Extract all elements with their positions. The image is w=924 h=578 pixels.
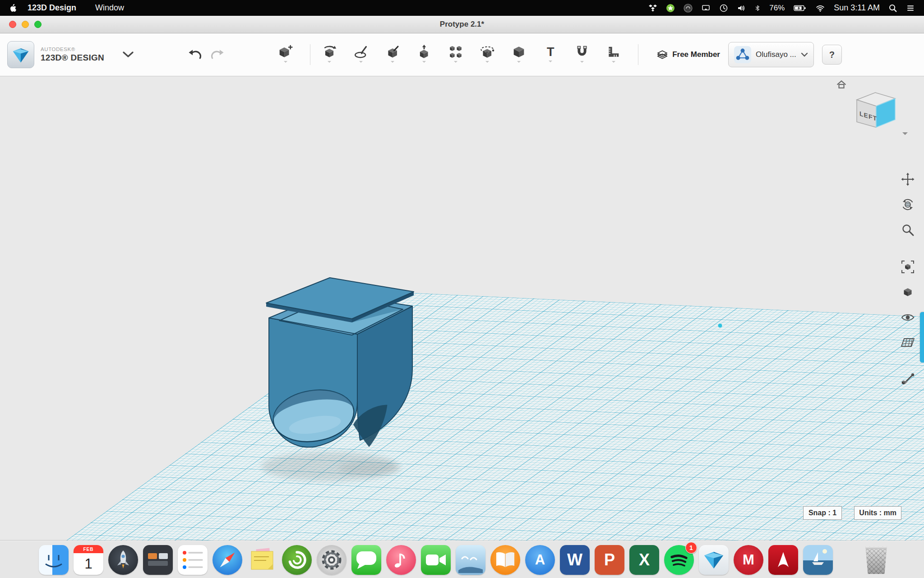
- grid-settings-button[interactable]: [899, 335, 917, 351]
- dropbox-icon[interactable]: [648, 0, 657, 16]
- dock-facetime-icon[interactable]: [421, 545, 451, 575]
- scene-canvas[interactable]: [0, 76, 924, 541]
- wifi-icon[interactable]: [815, 0, 825, 16]
- dock-powerpoint-icon[interactable]: P: [595, 545, 624, 575]
- undo-button[interactable]: [187, 48, 203, 61]
- dock-calendar-icon[interactable]: FEB 1: [74, 545, 103, 575]
- grid-point-marker: [718, 324, 722, 328]
- volume-icon[interactable]: [737, 0, 746, 16]
- tool-transform[interactable]: [317, 39, 342, 70]
- tool-dropdown-caret[interactable]: [454, 61, 457, 65]
- menu-app-name[interactable]: 123D Design: [28, 3, 76, 13]
- dock-settings-gear-icon[interactable]: [317, 545, 346, 575]
- appstore-letter: A: [525, 545, 555, 575]
- dock-spotify-icon[interactable]: 1: [664, 545, 694, 575]
- bluetooth-icon[interactable]: [754, 0, 761, 16]
- snap-setting[interactable]: Snap : 1: [803, 506, 842, 520]
- dock-stickies-icon[interactable]: [247, 545, 277, 575]
- tool-dropdown-caret[interactable]: [422, 61, 426, 65]
- minimize-window-button[interactable]: [22, 21, 29, 28]
- membership-status[interactable]: Free Member: [656, 49, 720, 60]
- dock-green-swirl-app-icon[interactable]: [282, 545, 312, 575]
- menu-clock[interactable]: Sun 3:11 AM: [834, 3, 880, 13]
- viewport-3d[interactable]: LEFT FRONT: [0, 76, 924, 541]
- user-account-button[interactable]: Olufisayo ...: [728, 42, 814, 67]
- main-menu-chevron-button[interactable]: [122, 51, 134, 58]
- tool-grouping[interactable]: [475, 39, 500, 70]
- zoom-window-button[interactable]: [34, 21, 42, 28]
- toolbar-separator: [638, 44, 638, 65]
- dock-makerbot-icon[interactable]: M: [734, 545, 763, 575]
- dock-music-icon[interactable]: [386, 545, 416, 575]
- dark-circle-app-icon[interactable]: [684, 0, 693, 16]
- tool-dropdown-caret[interactable]: [549, 61, 552, 64]
- dock-photos-landscape-icon[interactable]: [803, 545, 833, 575]
- screen-mirroring-icon[interactable]: [701, 0, 711, 16]
- dock-word-icon[interactable]: W: [560, 545, 590, 575]
- tool-snap[interactable]: [569, 39, 595, 70]
- apple-menu-icon[interactable]: [9, 4, 17, 13]
- spotlight-search-icon[interactable]: [888, 0, 897, 16]
- pan-tool-button[interactable]: [899, 171, 917, 187]
- navigation-toolbar: [899, 171, 917, 397]
- view-cube[interactable]: LEFT FRONT: [836, 80, 909, 139]
- tool-ruler[interactable]: [601, 39, 626, 70]
- help-button[interactable]: ?: [822, 45, 842, 65]
- dock-appstore-icon[interactable]: A: [525, 545, 555, 575]
- zoom-tool-button[interactable]: [899, 222, 917, 238]
- tool-pattern[interactable]: [443, 39, 468, 70]
- tool-extrude[interactable]: [411, 39, 437, 70]
- window-title: Protype 2.1*: [440, 20, 484, 29]
- menu-bar: 123D Design Window: [0, 0, 924, 16]
- dock-123d-design-icon[interactable]: [699, 545, 729, 575]
- redo-button[interactable]: [210, 48, 225, 61]
- material-dropper-button[interactable]: [899, 372, 917, 388]
- dock-launchpad-icon[interactable]: [108, 545, 138, 575]
- green-star-app-icon[interactable]: [666, 0, 675, 16]
- tool-construct[interactable]: [380, 39, 405, 70]
- tool-dropdown-caret[interactable]: [517, 61, 521, 65]
- right-edge-panel-tab[interactable]: [920, 312, 924, 363]
- dock-photo-viewer-icon[interactable]: [456, 545, 485, 575]
- tool-combine[interactable]: [506, 39, 531, 70]
- dock-excel-icon[interactable]: X: [629, 545, 659, 575]
- tool-text[interactable]: T: [538, 39, 563, 70]
- fit-view-button[interactable]: [899, 259, 917, 275]
- time-machine-icon[interactable]: [719, 0, 728, 16]
- app-toolbar: AUTODESK® 123D® DESIGN: [0, 33, 924, 76]
- tool-dropdown-caret[interactable]: [284, 61, 287, 65]
- close-window-button[interactable]: [9, 21, 16, 28]
- view-cube-faces[interactable]: LEFT FRONT: [845, 86, 906, 136]
- tool-sketch[interactable]: [348, 39, 374, 70]
- dock-reminders-icon[interactable]: [178, 545, 208, 575]
- tool-dropdown-caret[interactable]: [359, 61, 363, 65]
- dock-ibooks-icon[interactable]: [490, 545, 520, 575]
- layers-stack-icon: [656, 49, 668, 60]
- tool-dropdown-caret[interactable]: [391, 61, 394, 65]
- view-mode-button[interactable]: [899, 284, 917, 300]
- dock-finder-icon[interactable]: [39, 545, 69, 575]
- tool-dropdown-caret[interactable]: [485, 61, 489, 65]
- dock-trash-icon[interactable]: [861, 545, 891, 575]
- makerbot-letter: M: [734, 545, 763, 575]
- dock-acrobat-icon[interactable]: [768, 545, 798, 575]
- model-shadow-soft: [338, 461, 402, 475]
- dock-window-manager-icon[interactable]: [143, 545, 173, 575]
- dock-messages-icon[interactable]: [351, 545, 381, 575]
- tool-dropdown-caret[interactable]: [580, 61, 584, 65]
- battery-charging-icon[interactable]: [793, 0, 807, 16]
- calendar-month: FEB: [74, 545, 103, 553]
- tool-dropdown-caret[interactable]: [612, 61, 615, 65]
- menu-item-window[interactable]: Window: [95, 3, 124, 13]
- tool-dropdown-caret[interactable]: [328, 61, 331, 65]
- orbit-tool-button[interactable]: [899, 196, 917, 213]
- view-cube-menu-caret[interactable]: [902, 132, 908, 138]
- dock-safari-icon[interactable]: [213, 545, 242, 575]
- visibility-eye-button[interactable]: [899, 309, 917, 326]
- tool-primitives[interactable]: [273, 39, 298, 70]
- battery-percent: 76%: [769, 4, 785, 13]
- trash-mesh: [861, 545, 891, 575]
- units-setting[interactable]: Units : mm: [854, 506, 901, 520]
- notification-center-icon[interactable]: [906, 0, 915, 16]
- chevron-down-icon: [801, 52, 808, 57]
